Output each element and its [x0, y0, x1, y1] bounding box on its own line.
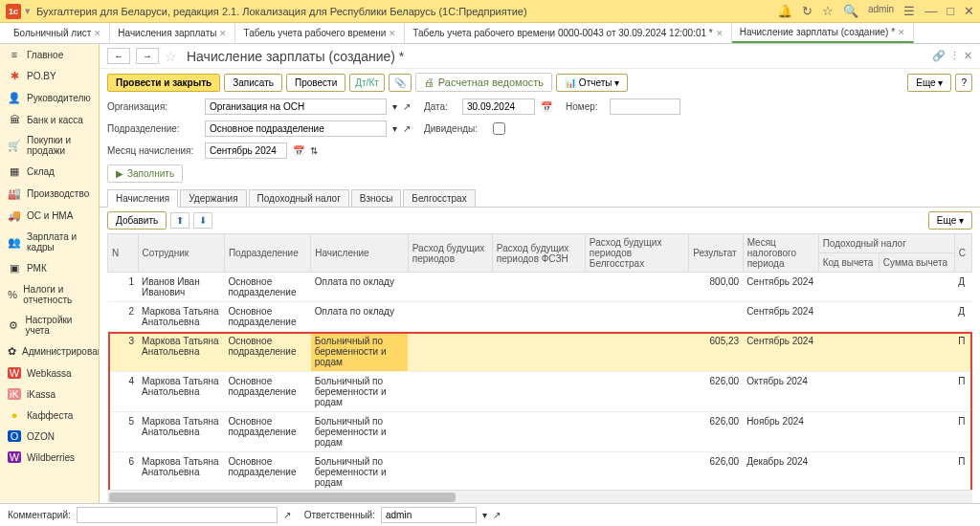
open-icon[interactable]: ↗ [403, 123, 411, 134]
sidebar-item[interactable]: ▣РМК [0, 257, 99, 279]
table-row[interactable]: 6Маркова Татьяна АнатольевнаОсновное под… [108, 452, 972, 491]
accruals-table[interactable]: N Сотрудник Подразделение Начисление Рас… [107, 233, 972, 490]
dropdown-icon[interactable]: ▾ [482, 510, 487, 520]
number-field[interactable] [610, 99, 680, 115]
comment-field[interactable] [77, 507, 278, 523]
sidebar-item[interactable]: 🏭Производство [0, 183, 99, 205]
payslip-button[interactable]: 🖨 Расчетная ведомость [415, 73, 552, 92]
calendar-icon[interactable]: 📅 [293, 145, 304, 156]
sidebar-item[interactable]: ≡Главное [0, 44, 99, 65]
tab[interactable]: Больничный лист✕ [6, 23, 110, 43]
horizontal-scrollbar[interactable] [107, 490, 972, 503]
minimize-icon[interactable]: — [924, 4, 937, 18]
sidebar-item[interactable]: ✿Администрирование [0, 340, 99, 362]
history-icon[interactable]: ↻ [802, 4, 813, 18]
sidebar-item[interactable]: ⚙Настройки учета [0, 310, 99, 340]
save-button[interactable]: Записать [224, 74, 282, 92]
post-button[interactable]: Провести [286, 74, 345, 92]
sidebar-item[interactable]: 🚚ОС и НМА [0, 205, 99, 227]
arrow-down-icon[interactable]: ▾ [25, 5, 31, 17]
dt-kt-button[interactable]: Дт/Кт [349, 74, 385, 92]
col-c[interactable]: С [954, 234, 971, 273]
col-exp-fszn[interactable]: Расход будущих периодов ФСЗН [492, 234, 585, 273]
move-up-button[interactable]: ⬆ [170, 212, 189, 229]
col-deduct-sum[interactable]: Сумма вычета [879, 253, 954, 273]
col-accrual[interactable]: Начисление [311, 234, 409, 273]
sidebar-item[interactable]: WWebkassa [0, 362, 99, 384]
sidebar-item[interactable]: %Налоги и отчетность [0, 279, 99, 310]
subtab[interactable]: Взносы [351, 189, 402, 207]
tab[interactable]: Начисление зарплаты (создание) *✕ [732, 23, 914, 43]
col-n[interactable]: N [108, 234, 139, 273]
close-doc-icon[interactable]: ✕ [964, 50, 972, 62]
add-row-button[interactable]: Добавить [107, 211, 167, 230]
subtab[interactable]: Белгосстрах [403, 189, 475, 207]
close-icon[interactable]: ✕ [964, 4, 974, 18]
col-dept[interactable]: Подразделение [224, 234, 310, 273]
panel-icon[interactable]: ⋮ [949, 50, 960, 62]
nav-back-button[interactable]: ← [107, 48, 130, 64]
favorite-star-icon[interactable]: ☆ [165, 49, 177, 64]
tab-close-icon[interactable]: ✕ [219, 29, 227, 38]
date-field[interactable] [462, 99, 535, 115]
col-exp-future[interactable]: Расход будущих периодов [408, 234, 492, 273]
fill-button[interactable]: ▶ Заполнить [107, 164, 183, 183]
more-button[interactable]: Еще ▾ [907, 74, 951, 92]
tab-close-icon[interactable]: ✕ [389, 29, 396, 38]
org-field[interactable] [205, 99, 387, 115]
sidebar-item[interactable]: 👤Руководителю [0, 87, 99, 109]
sidebar-item[interactable]: WWildberries [0, 447, 99, 468]
subtab[interactable]: Подоходный налог [249, 189, 349, 207]
table-row[interactable]: 3Маркова Татьяна АнатольевнаОсновное под… [108, 332, 972, 372]
sidebar-item[interactable]: 🏛Банк и касса [0, 109, 99, 130]
table-row[interactable]: 1Иванов Иван ИвановичОсновное подразделе… [108, 273, 972, 302]
dropdown-icon[interactable]: ▾ [392, 101, 397, 112]
menu-icon[interactable]: ☰ [903, 4, 915, 18]
col-tax-period[interactable]: Месяц налогового периода [743, 234, 818, 273]
star-icon[interactable]: ☆ [822, 4, 834, 18]
tab[interactable]: Табель учета рабочего времени✕ [235, 23, 405, 43]
table-row[interactable]: 2Маркова Татьяна АнатольевнаОсновное под… [108, 302, 972, 332]
sidebar-item[interactable]: iKiKassa [0, 384, 99, 405]
open-icon[interactable]: ↗ [493, 510, 501, 520]
move-down-button[interactable]: ⬇ [193, 212, 212, 229]
dividends-checkbox[interactable] [493, 122, 505, 135]
sidebar-item[interactable]: ●Каффеста [0, 405, 99, 426]
month-field[interactable] [205, 142, 287, 159]
dropdown-icon[interactable]: ▾ [392, 123, 397, 134]
subtab[interactable]: Начисления [107, 189, 178, 208]
open-icon[interactable]: ↗ [283, 510, 291, 520]
tab[interactable]: Табель учета рабочего времени 0000-0043 … [405, 23, 731, 43]
col-result[interactable]: Результат [689, 234, 743, 273]
reports-button[interactable]: 📊 Отчеты ▾ [556, 74, 628, 92]
table-row[interactable]: 4Маркова Татьяна АнатольевнаОсновное под… [108, 372, 972, 412]
help-button[interactable]: ? [955, 74, 972, 92]
tab-close-icon[interactable]: ✕ [94, 29, 101, 38]
responsible-field[interactable] [381, 507, 477, 523]
sidebar-item[interactable]: OOZON [0, 426, 99, 447]
nav-fwd-button[interactable]: → [136, 48, 159, 64]
maximize-icon[interactable]: □ [947, 4, 954, 18]
link-icon[interactable]: 🔗 [932, 50, 946, 62]
user-label[interactable]: admin [868, 4, 894, 18]
table-row[interactable]: 5Маркова Татьяна АнатольевнаОсновное под… [108, 412, 972, 452]
col-emp[interactable]: Сотрудник [138, 234, 224, 273]
sidebar-item[interactable]: 🛒Покупки и продажи [0, 130, 99, 161]
sidebar-item[interactable]: 👥Зарплата и кадры [0, 227, 99, 257]
post-and-close-button[interactable]: Провести и закрыть [107, 74, 220, 92]
tab-close-icon[interactable]: ✕ [716, 29, 724, 38]
col-deduct-code[interactable]: Код вычета [818, 253, 879, 273]
dept-field[interactable] [205, 121, 387, 137]
calendar-icon[interactable]: 📅 [541, 101, 552, 112]
grid-more-button[interactable]: Еще ▾ [928, 211, 972, 230]
open-icon[interactable]: ↗ [403, 101, 411, 112]
sidebar-item[interactable]: ✱PO.BY [0, 65, 99, 87]
stepper-icon[interactable]: ⇅ [310, 145, 318, 156]
sidebar-item[interactable]: ▦Склад [0, 161, 99, 183]
search-icon[interactable]: 🔍 [843, 4, 858, 18]
attach-button[interactable]: 📎 [389, 74, 412, 92]
tab[interactable]: Начисления зарплаты✕ [110, 23, 235, 43]
subtab[interactable]: Удержания [180, 189, 246, 207]
tab-close-icon[interactable]: ✕ [898, 28, 905, 37]
bell-icon[interactable]: 🔔 [777, 4, 792, 18]
